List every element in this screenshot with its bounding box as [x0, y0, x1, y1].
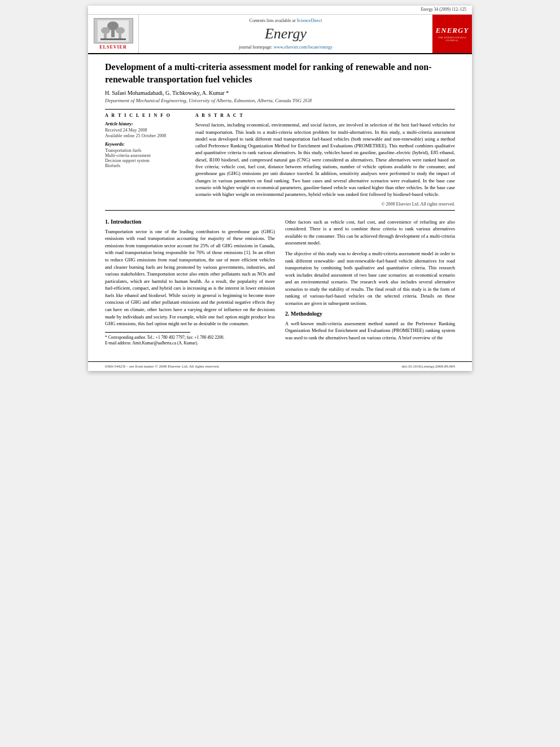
intro-paragraph-1: Transportation sector is one of the lead… — [105, 228, 275, 327]
abstract-col: A B S T R A C T Several factors, includi… — [195, 113, 455, 206]
bottom-bar: 0360-5442/$ – see front matter © 2008 El… — [88, 361, 472, 371]
svg-rect-5 — [104, 34, 107, 38]
sciencedirect-link[interactable]: ScienceDirect — [297, 18, 322, 23]
abstract-heading: A B S T R A C T — [195, 113, 455, 118]
article-body: Development of a multi-criteria assessme… — [88, 54, 472, 358]
abstract-text: Several factors, including economical, e… — [195, 121, 455, 198]
elsevier-text-label: ELSEVIER — [99, 45, 126, 50]
doi-line: Energy 34 (2009) 112–125 — [88, 6, 472, 12]
svg-point-3 — [101, 27, 110, 34]
svg-rect-7 — [100, 38, 126, 40]
keyword-3: Decision support system — [105, 158, 184, 163]
footnote-corresponding: * Corresponding author. Tel.: +1 780 492… — [105, 335, 275, 341]
article-info-heading: A R T I C L E I N F O — [105, 113, 184, 118]
article-page: Energy 34 (2009) 112–125 ELSEVIER — [88, 6, 472, 371]
svg-rect-6 — [119, 34, 121, 38]
keyword-1: Transportation fuels — [105, 148, 184, 153]
keyword-2: Multi-criteria assessment — [105, 153, 184, 158]
intro-right-para-1: Other factors such as vehicle cost, fuel… — [285, 219, 455, 247]
main-two-col: 1. Introduction Transportation sector is… — [105, 219, 455, 347]
keywords-title: Keywords: — [105, 142, 184, 147]
journal-banner: ELSEVIER Contents lists available at Sci… — [88, 14, 472, 54]
intro-number: 1. — [105, 219, 110, 225]
article-title: Development of a multi-criteria assessme… — [105, 61, 455, 85]
methodology-para-1: A well-known multi-criteria assessment m… — [285, 320, 455, 342]
homepage-line: journal homepage: www.elsevier.com/locat… — [239, 45, 333, 50]
keyword-4: Biofuels — [105, 163, 184, 168]
main-col-right: Other factors such as vehicle cost, fuel… — [285, 219, 455, 347]
svg-point-4 — [116, 27, 125, 34]
homepage-link[interactable]: www.elsevier.com/locate/energy — [274, 45, 333, 50]
methodology-section-title: 2. Methodology — [285, 311, 455, 317]
info-abstract-section: A R T I C L E I N F O Article history: R… — [105, 113, 455, 206]
intro-right-para-2: The objective of this study was to devel… — [285, 250, 455, 307]
divider-1 — [105, 109, 455, 110]
article-info-col: A R T I C L E I N F O Article history: R… — [105, 113, 184, 206]
intro-title-word: Introduction — [111, 219, 141, 225]
journal-center: Contents lists available at ScienceDirec… — [139, 15, 432, 53]
intro-section-title: 1. Introduction — [105, 219, 275, 225]
svg-rect-2 — [111, 30, 115, 37]
elsevier-logo: ELSEVIER — [88, 15, 139, 53]
footnote-divider — [105, 332, 190, 333]
methodology-title-text: Methodology — [291, 311, 322, 317]
journal-name: Energy — [265, 25, 307, 42]
history-label: Article history: — [105, 121, 184, 126]
energy-sub-text: THE INTERNATIONAL JOURNAL — [435, 36, 470, 42]
available-date: Available online 25 October 2008 — [105, 133, 184, 138]
methodology-number: 2. — [285, 311, 290, 317]
sciencedirect-line: Contents lists available at ScienceDirec… — [250, 18, 322, 23]
article-authors: H. Safaei Mohamadabadi, G. Tichkowsky, A… — [105, 90, 455, 96]
issn-text: 0360-5442/$ – see front matter © 2008 El… — [105, 364, 220, 369]
divider-2 — [105, 210, 455, 211]
copyright-line: © 2008 Elsevier Ltd. All rights reserved… — [195, 202, 455, 207]
footnote-email: E-mail address: Amit.Kumar@ualberta.ca (… — [105, 340, 275, 347]
received-date: Received 24 May 2008 — [105, 128, 184, 133]
doi-text: doi:10.1016/j.energy.2008.09.004 — [402, 364, 456, 369]
main-text-area: 1. Introduction Transportation sector is… — [105, 219, 455, 347]
energy-logo-right: ENERGY THE INTERNATIONAL JOURNAL — [432, 15, 472, 53]
main-col-left: 1. Introduction Transportation sector is… — [105, 219, 275, 347]
elsevier-logo-image — [94, 18, 133, 43]
energy-right-label: ENERGY — [436, 26, 469, 35]
article-affiliation: Department of Mechanical Engineering, Un… — [105, 98, 455, 103]
